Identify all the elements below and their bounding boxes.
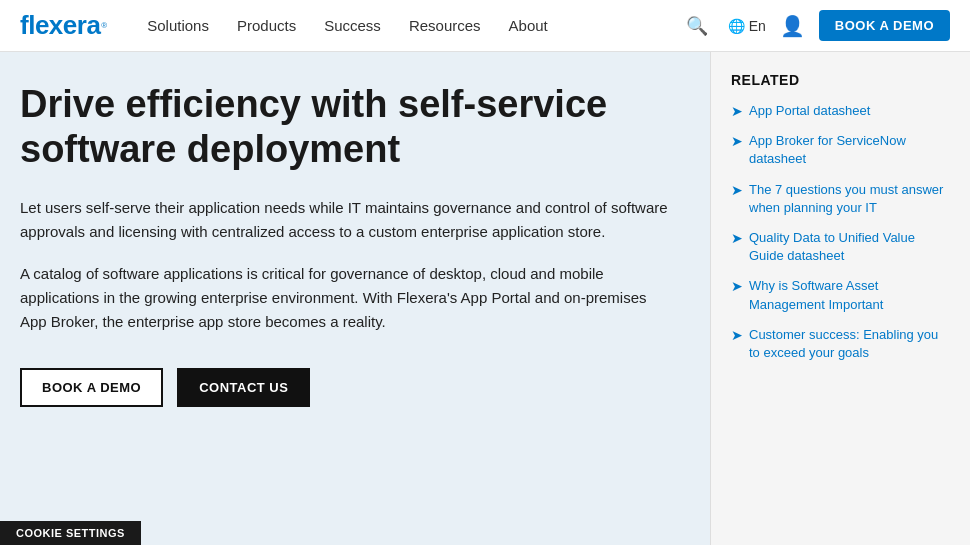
cookie-settings-bar[interactable]: COOKIE SETTINGS [0, 521, 141, 545]
related-link-1[interactable]: App Broker for ServiceNow datasheet [749, 132, 950, 168]
list-item: ➤ Why is Software Asset Management Impor… [731, 277, 950, 313]
lang-label: En [749, 18, 766, 34]
nav-solutions[interactable]: Solutions [147, 17, 209, 34]
nav-products[interactable]: Products [237, 17, 296, 34]
contact-us-button[interactable]: CONTACT US [177, 368, 310, 407]
hero-title: Drive efficiency with self-service softw… [20, 82, 670, 172]
globe-icon: 🌐 [728, 18, 745, 34]
logo-dot: ® [101, 21, 107, 30]
list-item: ➤ App Broker for ServiceNow datasheet [731, 132, 950, 168]
cta-buttons: BOOK A DEMO CONTACT US [20, 368, 670, 407]
user-icon[interactable]: 👤 [780, 14, 805, 38]
related-link-2[interactable]: The 7 questions you must answer when pla… [749, 181, 950, 217]
related-link-5[interactable]: Customer success: Enabling you to exceed… [749, 326, 950, 362]
chevron-icon: ➤ [731, 133, 743, 149]
list-item: ➤ Customer success: Enabling you to exce… [731, 326, 950, 362]
book-demo-cta-button[interactable]: BOOK A DEMO [20, 368, 163, 407]
related-panel: RELATED ➤ App Portal datasheet ➤ App Bro… [710, 52, 970, 545]
nav-right: 🌐 En 👤 BOOK A DEMO [728, 10, 950, 41]
chevron-icon: ➤ [731, 230, 743, 246]
nav-links: Solutions Products Success Resources Abo… [147, 17, 685, 34]
list-item: ➤ App Portal datasheet [731, 102, 950, 120]
chevron-icon: ➤ [731, 103, 743, 119]
related-list: ➤ App Portal datasheet ➤ App Broker for … [731, 102, 950, 362]
related-link-4[interactable]: Why is Software Asset Management Importa… [749, 277, 950, 313]
navbar: flexera® Solutions Products Success Reso… [0, 0, 970, 52]
related-link-0[interactable]: App Portal datasheet [749, 102, 870, 120]
language-selector[interactable]: 🌐 En [728, 18, 766, 34]
hero-body-2: A catalog of software applications is cr… [20, 262, 670, 334]
nav-resources[interactable]: Resources [409, 17, 481, 34]
logo-text: flexera [20, 10, 100, 41]
chevron-icon: ➤ [731, 327, 743, 343]
chevron-icon: ➤ [731, 278, 743, 294]
book-demo-button[interactable]: BOOK A DEMO [819, 10, 950, 41]
left-panel: Drive efficiency with self-service softw… [0, 52, 710, 545]
related-link-3[interactable]: Quality Data to Unified Value Guide data… [749, 229, 950, 265]
list-item: ➤ Quality Data to Unified Value Guide da… [731, 229, 950, 265]
nav-success[interactable]: Success [324, 17, 381, 34]
main-content: Drive efficiency with self-service softw… [0, 52, 970, 545]
search-icon[interactable]: 🔍 [686, 15, 708, 37]
nav-about[interactable]: About [509, 17, 548, 34]
hero-body-1: Let users self-serve their application n… [20, 196, 670, 244]
chevron-icon: ➤ [731, 182, 743, 198]
logo: flexera® [20, 10, 107, 41]
related-title: RELATED [731, 72, 950, 88]
list-item: ➤ The 7 questions you must answer when p… [731, 181, 950, 217]
